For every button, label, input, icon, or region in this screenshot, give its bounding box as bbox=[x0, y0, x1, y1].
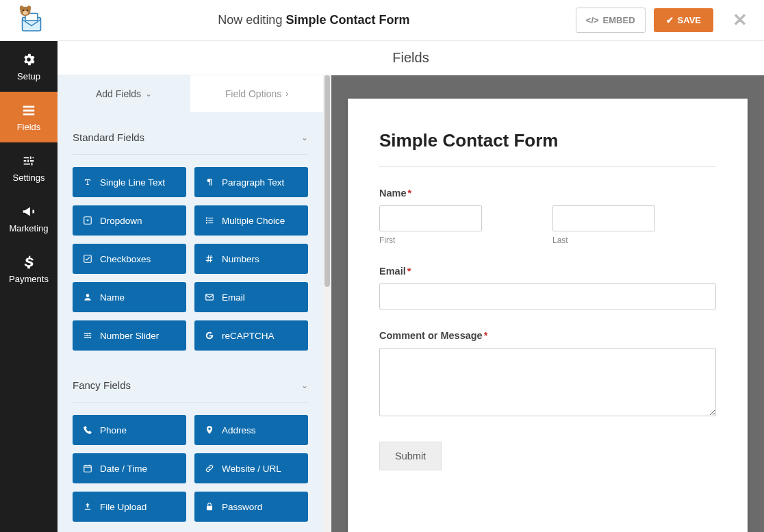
close-icon[interactable]: ✕ bbox=[727, 7, 753, 34]
envelope-icon bbox=[204, 292, 215, 303]
editing-prefix: Now editing bbox=[218, 13, 282, 27]
field-website[interactable]: Website / URL bbox=[194, 453, 308, 483]
list-icon bbox=[21, 103, 36, 118]
tab-field-options[interactable]: Field Options › bbox=[190, 75, 323, 112]
nav-item-setup[interactable]: Setup bbox=[0, 41, 58, 92]
required-marker: * bbox=[408, 188, 412, 199]
field-password[interactable]: Password bbox=[194, 492, 308, 522]
chevron-right-icon: › bbox=[285, 89, 288, 99]
upload-icon bbox=[82, 501, 93, 512]
nav-item-fields[interactable]: Fields bbox=[0, 92, 58, 142]
label-name: Name* bbox=[379, 188, 716, 199]
svg-point-21 bbox=[89, 333, 90, 334]
save-button[interactable]: ✔ SAVE bbox=[654, 8, 713, 32]
tab-add-fields[interactable]: Add Fields ⌄ bbox=[58, 75, 190, 112]
chevron-down-icon: ⌄ bbox=[301, 381, 308, 390]
save-label: SAVE bbox=[678, 15, 701, 25]
form-field-email[interactable]: Email* bbox=[379, 266, 716, 309]
nav-label-marketing: Marketing bbox=[9, 223, 48, 233]
check-square-icon bbox=[82, 253, 93, 264]
nav-item-payments[interactable]: Payments bbox=[0, 244, 58, 294]
sliders-h-icon bbox=[82, 330, 93, 341]
field-address[interactable]: Address bbox=[194, 415, 308, 445]
hash-icon bbox=[204, 253, 215, 264]
gear-icon bbox=[21, 52, 36, 67]
svg-point-12 bbox=[206, 217, 207, 218]
required-marker: * bbox=[484, 330, 488, 341]
textarea-comment[interactable] bbox=[379, 348, 716, 416]
field-file-upload[interactable]: File Upload bbox=[73, 492, 186, 522]
tab-add-label: Add Fields bbox=[96, 88, 141, 99]
required-marker: * bbox=[407, 266, 411, 277]
preview-panel: Simple Contact Form Name* First Last bbox=[331, 75, 764, 532]
field-checkboxes[interactable]: Checkboxes bbox=[73, 244, 186, 274]
form-field-comment[interactable]: Comment or Message* bbox=[379, 330, 716, 418]
field-number-slider[interactable]: Number Slider bbox=[73, 320, 186, 351]
form-preview[interactable]: Simple Contact Form Name* First Last bbox=[348, 99, 748, 532]
tab-options-label: Field Options bbox=[225, 88, 281, 99]
input-last-name[interactable] bbox=[552, 205, 655, 231]
label-email: Email* bbox=[379, 266, 716, 277]
field-single-line-text[interactable]: Single Line Text bbox=[73, 167, 186, 197]
section-standard-fields[interactable]: Standard Fields ⌄ bbox=[73, 112, 308, 155]
input-email[interactable] bbox=[379, 283, 716, 309]
svg-point-22 bbox=[86, 335, 88, 336]
pin-icon bbox=[204, 425, 215, 435]
user-icon bbox=[82, 292, 93, 303]
field-name[interactable]: Name bbox=[73, 282, 186, 312]
svg-point-19 bbox=[86, 294, 90, 297]
phone-icon bbox=[82, 425, 93, 435]
svg-rect-13 bbox=[208, 218, 213, 218]
field-numbers[interactable]: Numbers bbox=[194, 244, 308, 274]
svg-rect-17 bbox=[208, 223, 213, 223]
paragraph-icon bbox=[204, 177, 215, 188]
field-recaptcha[interactable]: reCAPTCHA bbox=[194, 320, 308, 351]
check-icon: ✔ bbox=[666, 15, 674, 25]
calendar-icon bbox=[82, 463, 93, 474]
scrollbar-thumb[interactable] bbox=[324, 75, 330, 287]
svg-rect-9 bbox=[23, 110, 35, 112]
lock-icon bbox=[204, 501, 215, 512]
google-icon bbox=[204, 330, 215, 341]
page-title-editing: Now editing Simple Contact Form bbox=[52, 13, 576, 27]
embed-label: EMBED bbox=[603, 15, 635, 25]
svg-rect-15 bbox=[208, 220, 213, 220]
field-dropdown[interactable]: Dropdown bbox=[73, 205, 186, 236]
svg-point-14 bbox=[206, 220, 207, 221]
dollar-icon bbox=[21, 255, 36, 270]
sublabel-first: First bbox=[379, 236, 543, 245]
field-multiple-choice[interactable]: Multiple Choice bbox=[194, 205, 308, 236]
nav-item-marketing[interactable]: Marketing bbox=[0, 193, 58, 244]
svg-rect-10 bbox=[23, 113, 35, 115]
form-field-name[interactable]: Name* First Last bbox=[379, 188, 716, 245]
svg-point-6 bbox=[23, 9, 24, 10]
fields-scrollbar[interactable] bbox=[323, 75, 331, 532]
field-phone[interactable]: Phone bbox=[73, 415, 186, 445]
svg-rect-25 bbox=[207, 506, 212, 510]
list-ul-icon bbox=[204, 215, 215, 226]
nav-label-fields: Fields bbox=[17, 122, 41, 132]
section-standard-title: Standard Fields bbox=[73, 131, 144, 143]
nav-label-settings: Settings bbox=[13, 173, 45, 183]
section-fancy-title: Fancy Fields bbox=[73, 379, 131, 391]
nav-item-settings[interactable]: Settings bbox=[0, 142, 58, 193]
embed-button[interactable]: </> EMBED bbox=[576, 8, 646, 33]
left-nav: Setup Fields Settings Marketing Payments bbox=[0, 41, 58, 532]
label-comment: Comment or Message* bbox=[379, 330, 716, 341]
caret-square-icon bbox=[82, 215, 93, 226]
section-fancy-fields[interactable]: Fancy Fields ⌄ bbox=[73, 360, 308, 403]
editing-form-name: Simple Contact Form bbox=[285, 13, 409, 27]
input-first-name[interactable] bbox=[379, 205, 482, 231]
chevron-down-icon: ⌄ bbox=[145, 89, 152, 99]
svg-point-16 bbox=[206, 222, 207, 223]
page-title: Fields bbox=[58, 41, 764, 75]
svg-rect-8 bbox=[23, 105, 35, 107]
svg-rect-24 bbox=[84, 466, 92, 472]
field-paragraph-text[interactable]: Paragraph Text bbox=[194, 167, 308, 197]
submit-button[interactable]: Submit bbox=[379, 442, 442, 470]
svg-point-23 bbox=[90, 337, 91, 338]
field-email[interactable]: Email bbox=[194, 282, 308, 312]
field-datetime[interactable]: Date / Time bbox=[73, 453, 186, 483]
nav-label-setup: Setup bbox=[17, 71, 40, 81]
text-icon bbox=[82, 177, 93, 188]
